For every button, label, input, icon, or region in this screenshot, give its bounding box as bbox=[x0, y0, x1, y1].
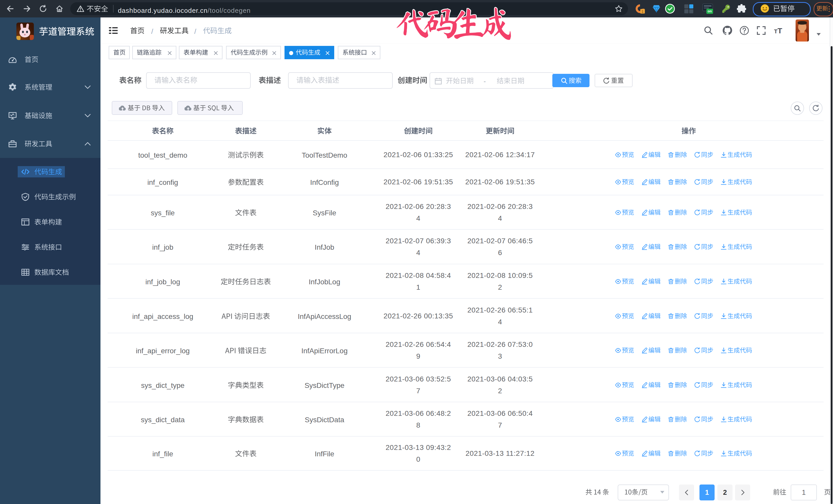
svg-text:1: 1 bbox=[642, 9, 644, 14]
